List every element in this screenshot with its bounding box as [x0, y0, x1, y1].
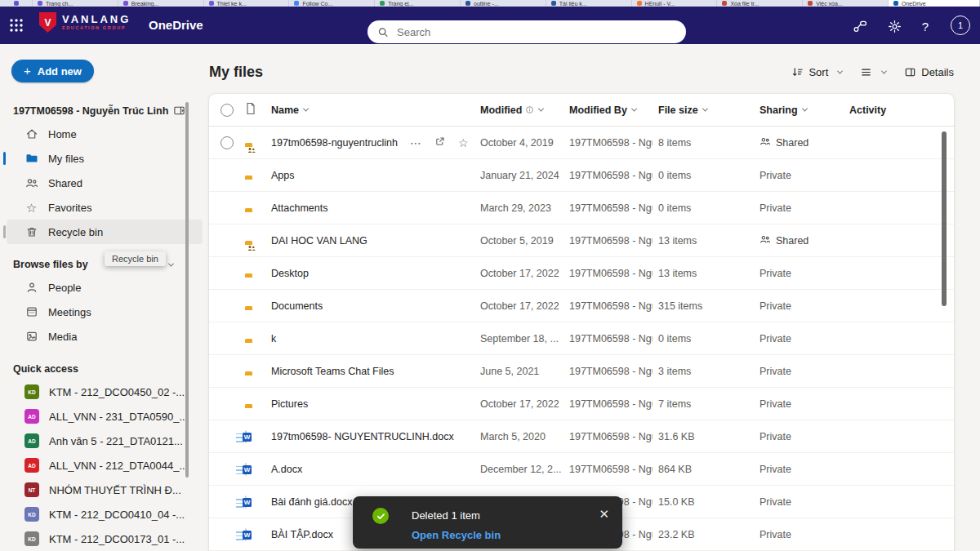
sidebar-item-meetings[interactable]: Meetings	[7, 300, 203, 324]
table-row[interactable]: kSeptember 18, ...197TM06598 - Ngu0 item…	[209, 322, 954, 355]
file-name[interactable]: k	[271, 333, 276, 344]
table-row[interactable]: DesktopOctober 17, 2022197TM06598 - Ngu1…	[209, 257, 954, 290]
file-name[interactable]: A.docx	[271, 464, 302, 475]
browser-tab[interactable]: Breaking...	[118, 0, 204, 7]
table-row[interactable]: WA.docxDecember 12, 2...197TM06598 - Ngu…	[209, 453, 954, 486]
table-scrollbar[interactable]	[942, 131, 947, 306]
chevron-down-icon	[303, 106, 309, 112]
browser-tab[interactable]: Xóa file tr...	[717, 0, 803, 7]
browser-tab[interactable]: Trang ej...	[375, 0, 461, 7]
chevron-down-icon	[538, 106, 544, 112]
more-actions-icon[interactable]: ⋯	[410, 137, 422, 149]
sharing-status: Private	[760, 496, 849, 508]
select-all-checkbox[interactable]	[220, 104, 234, 117]
file-name[interactable]: 197tm06598- NGUYENTRUCLINH.docx	[271, 431, 454, 442]
file-name[interactable]: Documents	[271, 300, 323, 312]
quick-access-item[interactable]: ADAnh văn 5 - 221_DTA0121...	[7, 429, 203, 453]
table-row[interactable]: 197tm06598-nguyentruclinh⋯☆October 4, 20…	[209, 127, 954, 159]
sidebar-scrollbar[interactable]	[185, 102, 189, 478]
sidebar-item-shared[interactable]: Shared	[7, 171, 203, 195]
file-name[interactable]: Microsoft Teams Chat Files	[271, 366, 394, 377]
file-name[interactable]: Pictures	[271, 398, 308, 410]
table-row[interactable]: PicturesOctober 17, 2022197TM06598 - Ngu…	[209, 388, 954, 420]
view-options-button[interactable]	[860, 66, 886, 78]
sidebar-item-my-files[interactable]: My files	[7, 146, 203, 171]
close-icon[interactable]: ✕	[599, 507, 609, 522]
column-header-modified[interactable]: Modified	[480, 104, 569, 116]
modified-by: 197TM06598 - Ngu	[569, 137, 653, 149]
file-name[interactable]: Desktop	[271, 268, 309, 279]
file-name[interactable]: Attachments	[271, 202, 327, 214]
favorite-star-icon[interactable]: ☆	[458, 136, 469, 149]
modified-date: December 12, 2...	[480, 464, 569, 475]
browser-tab[interactable]: OneDrive	[889, 0, 980, 7]
sidebar-item-label: Media	[48, 331, 77, 343]
sharing-status: Private	[760, 398, 849, 410]
column-header-sharing[interactable]: Sharing	[760, 104, 849, 116]
file-name[interactable]: BÀI TẬP.docx	[271, 529, 333, 540]
sidebar-item-favorites[interactable]: ☆Favorites	[7, 195, 203, 220]
file-name[interactable]: Bài đánh giá.docx	[271, 496, 352, 508]
quick-access-item[interactable]: NTNHÓM THUYẾT TRÌNH Đ...	[7, 478, 203, 502]
people-icon	[24, 176, 38, 189]
share-icon[interactable]	[434, 136, 446, 149]
open-recycle-bin-link[interactable]: Open Recycle bin	[412, 529, 501, 541]
browser-tab[interactable]: Tài liệu k...	[546, 0, 632, 7]
sidebar-item-media[interactable]: Media	[7, 324, 203, 349]
page-title: My files	[209, 64, 263, 81]
table-row[interactable]: Microsoft Teams Chat FilesJune 5, 202119…	[209, 355, 954, 388]
column-header-file-size[interactable]: File size	[658, 104, 760, 116]
settings-gear-icon[interactable]	[887, 19, 902, 33]
account-avatar[interactable]: 1	[951, 16, 970, 35]
sharing-status: Private	[760, 268, 849, 279]
table-row[interactable]: W197tm06598- NGUYENTRUCLINH.docxMarch 5,…	[209, 420, 954, 453]
search-icon	[377, 26, 389, 38]
group-avatar: AD	[24, 433, 39, 448]
sharing-status[interactable]: Shared	[760, 136, 849, 149]
file-name[interactable]: 197tm06598-nguyentruclinh	[271, 137, 398, 149]
sidebar-item-people[interactable]: People	[7, 275, 203, 300]
browser-tab[interactable]: Thiet ke k...	[204, 0, 290, 7]
browser-tab[interactable]	[0, 0, 33, 7]
quick-access-item[interactable]: KDKTM - 212_DCO0173_01 -...	[7, 527, 203, 551]
table-row[interactable]: DocumentsOctober 17, 2022197TM06598 - Ng…	[209, 290, 954, 322]
table-row[interactable]: AppsJanuary 21, 2024197TM06598 - Ngu0 it…	[209, 159, 954, 192]
file-name[interactable]: DAI HOC VAN LANG	[271, 235, 368, 247]
sharing-status: Private	[760, 333, 849, 344]
browser-tab[interactable]: Việc xóa...	[803, 0, 889, 7]
table-row[interactable]: DAI HOC VAN LANGOctober 5, 2019197TM0659…	[209, 224, 954, 257]
quick-access-item[interactable]: ADALL_VNN - 212_DTA0044_...	[7, 453, 203, 478]
search-input[interactable]	[395, 25, 676, 39]
search-bar[interactable]	[368, 20, 686, 43]
browser-tab[interactable]: Trang ch...	[33, 0, 118, 7]
column-header-modified-by[interactable]: Modified By	[569, 104, 658, 116]
page-body: + Add new 197TM06598 - Nguyễn Trúc Linh …	[0, 44, 980, 551]
vanlang-logo: V VANLANG EDUCATION GROUP	[39, 12, 131, 33]
quick-access-item[interactable]: KDKTM - 212_DCO0450_02 -...	[7, 380, 203, 404]
chevron-down-icon	[631, 106, 637, 112]
browser-tab[interactable]: outline -...	[461, 0, 546, 7]
sort-button[interactable]: Sort	[791, 66, 842, 78]
browser-tab[interactable]: Follow Co...	[289, 0, 375, 7]
table-header-row: Name Modified Modified By File size Shar…	[209, 94, 954, 127]
quick-access-item[interactable]: ADALL_VNN - 231_DTA0590_...	[7, 404, 203, 429]
browser-tab[interactable]: HEnull - V...	[632, 0, 718, 7]
sidebar-item-home[interactable]: Home	[7, 122, 203, 146]
column-header-name[interactable]: Name	[271, 104, 480, 116]
account-name[interactable]: 197TM06598 - Nguyễn Trúc Linh	[13, 104, 201, 117]
quick-access-item[interactable]: KDKTM - 212_DCO0410_04 -...	[7, 502, 203, 527]
app-launcher-waffle-icon[interactable]	[8, 17, 24, 33]
sidebar-item-recycle-bin[interactable]: Recycle bin	[7, 220, 203, 244]
modified-by: 197TM06598 - Ngu	[569, 333, 653, 344]
browser-tab-strip[interactable]: Trang ch...Breaking...Thiet ke k...Follo…	[0, 0, 980, 7]
add-new-button[interactable]: + Add new	[11, 60, 94, 82]
column-header-activity[interactable]: Activity	[849, 104, 954, 116]
help-icon[interactable]: ?	[918, 19, 933, 33]
modified-by: 197TM06598 - Ngu	[569, 366, 653, 377]
sharing-status[interactable]: Shared	[760, 233, 849, 247]
table-row[interactable]: AttachmentsMarch 29, 2023197TM06598 - Ng…	[209, 192, 954, 224]
file-name[interactable]: Apps	[271, 170, 295, 181]
details-button[interactable]: Details	[904, 66, 954, 78]
row-checkbox[interactable]	[220, 136, 234, 149]
connector-apps-icon[interactable]	[853, 19, 867, 33]
